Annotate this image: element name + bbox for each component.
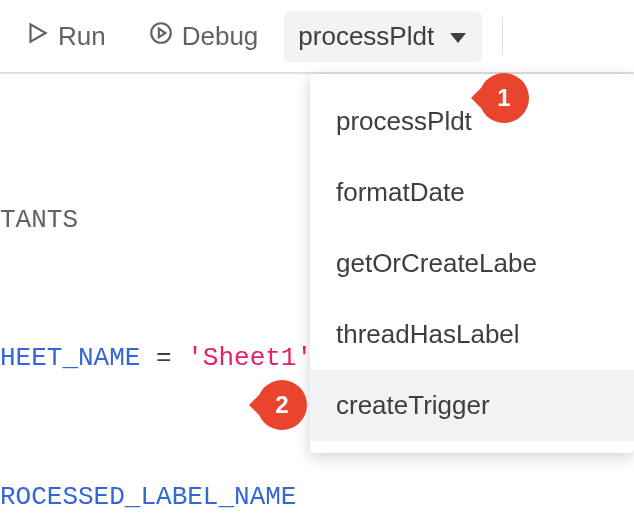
svg-point-1 bbox=[151, 23, 171, 43]
debug-icon bbox=[148, 20, 174, 53]
dropdown-item-getOrCreateLabel[interactable]: getOrCreateLabe bbox=[310, 228, 634, 299]
toolbar-divider bbox=[502, 17, 503, 55]
svg-marker-3 bbox=[450, 33, 466, 43]
debug-button[interactable]: Debug bbox=[132, 10, 275, 63]
code-string: 'Sheet1' bbox=[187, 343, 312, 373]
toolbar: Run Debug processPldt bbox=[0, 0, 634, 74]
chevron-down-icon bbox=[448, 21, 468, 52]
run-button[interactable]: Run bbox=[8, 10, 122, 63]
dropdown-item-formatDate[interactable]: formatDate bbox=[310, 157, 634, 228]
selected-function: processPldt bbox=[298, 21, 434, 52]
code-const: ROCESSED_LABEL_NAME bbox=[0, 482, 296, 512]
code-comment: TANTS bbox=[0, 205, 78, 235]
dropdown-item-createTrigger[interactable]: createTrigger bbox=[310, 370, 634, 441]
svg-marker-0 bbox=[31, 24, 46, 41]
annotation-callout-1: 1 bbox=[479, 73, 529, 123]
svg-marker-2 bbox=[159, 28, 166, 37]
function-select-dropdown[interactable]: processPldt bbox=[284, 11, 482, 62]
play-icon bbox=[24, 20, 50, 53]
dropdown-item-threadHasLabel[interactable]: threadHasLabel bbox=[310, 299, 634, 370]
code-const: HEET_NAME bbox=[0, 343, 140, 373]
function-dropdown-menu: processPldt formatDate getOrCreateLabe t… bbox=[310, 74, 634, 453]
annotation-callout-2: 2 bbox=[257, 380, 307, 430]
debug-label: Debug bbox=[182, 21, 259, 52]
run-label: Run bbox=[58, 21, 106, 52]
